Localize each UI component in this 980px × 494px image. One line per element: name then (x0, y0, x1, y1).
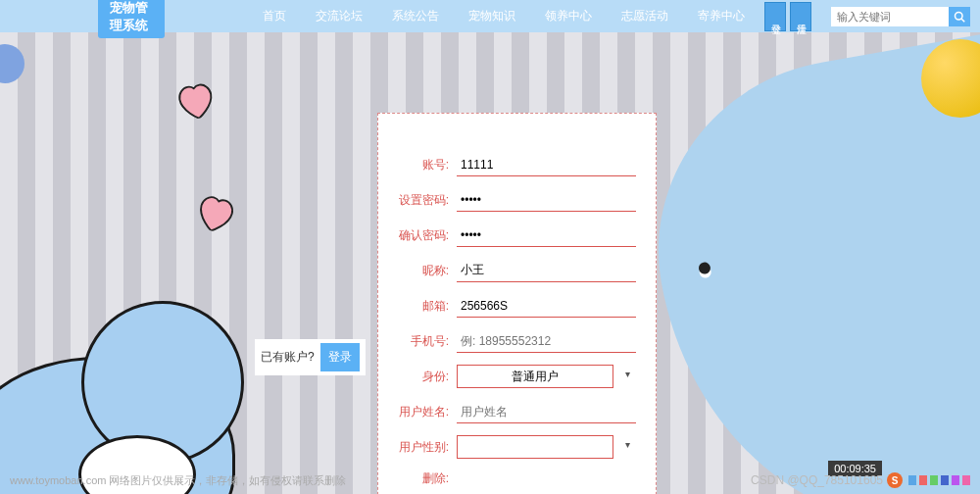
login-hint-button[interactable]: 登录 (320, 343, 360, 371)
select-role[interactable] (457, 365, 613, 388)
input-password[interactable] (457, 188, 636, 212)
watermark-right-text: CSDN @QQ_785101605 (751, 473, 883, 487)
input-realname[interactable] (457, 400, 636, 423)
auth-buttons: 登录 注册 (764, 2, 811, 31)
label-confirm: 确认密码: (398, 227, 457, 244)
nav-volunteer[interactable]: 志愿活动 (621, 8, 668, 25)
nav-announce[interactable]: 系统公告 (392, 8, 439, 25)
watermark-right: CSDN @QQ_785101605 S (751, 472, 970, 488)
input-confirm[interactable] (457, 223, 636, 247)
brand-title: 宠物管理系统 (98, 0, 165, 38)
search-input[interactable] (831, 7, 949, 26)
login-hint: 已有账户? 登录 (255, 339, 366, 375)
search-wrap (831, 7, 970, 26)
label-realname: 用户姓名: (398, 404, 457, 420)
input-email[interactable] (457, 294, 636, 318)
svg-point-0 (956, 12, 963, 20)
heart-icon (173, 80, 219, 122)
search-icon (954, 11, 965, 23)
label-email: 邮箱: (398, 298, 457, 315)
nav-adopt[interactable]: 领养中心 (545, 8, 592, 25)
mini-icons (908, 475, 970, 485)
csdn-badge-icon: S (887, 472, 903, 488)
header-bar: 宠物管理系统 首页 交流论坛 系统公告 宠物知识 领养中心 志愿活动 寄养中心 … (0, 0, 980, 32)
nav-home[interactable]: 首页 (263, 8, 286, 25)
register-button[interactable]: 注册 (790, 2, 811, 31)
nav-menu: 首页 交流论坛 系统公告 宠物知识 领养中心 志愿活动 寄养中心 (263, 8, 745, 25)
register-form: 账号: 设置密码: 确认密码: 昵称: 邮箱: 手机号: 身份: 用户姓名: 用… (377, 113, 657, 494)
nav-foster[interactable]: 寄养中心 (698, 8, 745, 25)
input-username[interactable] (457, 153, 636, 176)
login-hint-text: 已有账户? (261, 349, 315, 366)
input-phone[interactable] (457, 329, 636, 353)
select-gender[interactable] (457, 435, 613, 459)
label-role: 身份: (398, 369, 457, 385)
label-gender: 用户性别: (398, 439, 457, 456)
label-username: 账号: (398, 157, 457, 173)
svg-line-1 (961, 19, 964, 22)
label-password: 设置密码: (398, 192, 457, 209)
label-phone: 手机号: (398, 333, 457, 350)
watermark-left: www.toymoban.com 网络图片仅供展示，非存储，如有侵权请联系删除 (10, 473, 346, 488)
label-nickname: 昵称: (398, 263, 457, 279)
search-button[interactable] (949, 7, 970, 26)
nav-knowledge[interactable]: 宠物知识 (468, 8, 515, 25)
nav-forum[interactable]: 交流论坛 (316, 8, 363, 25)
login-button[interactable]: 登录 (764, 2, 786, 31)
label-delete: 删除: (398, 470, 457, 487)
input-nickname[interactable] (457, 259, 636, 282)
